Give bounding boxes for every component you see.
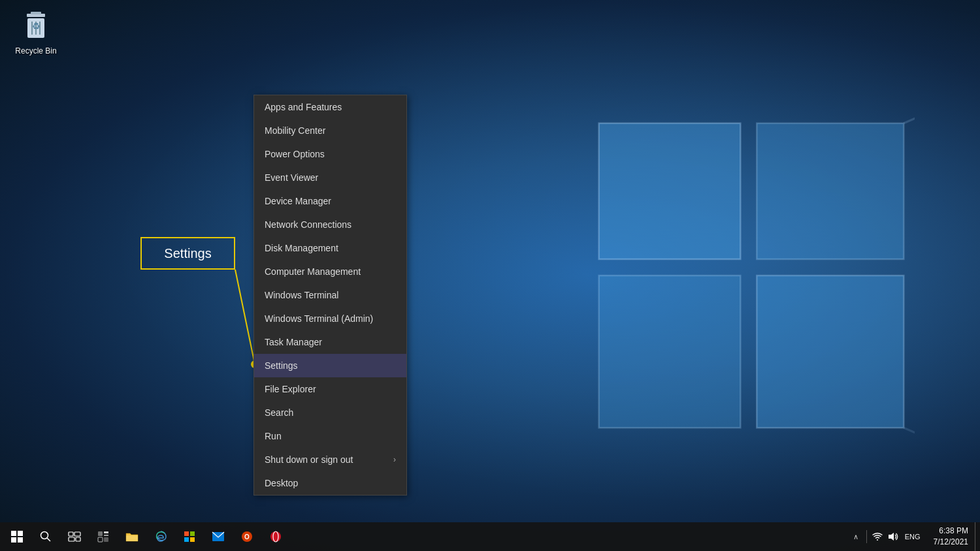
svg-rect-31: [184, 531, 189, 536]
svg-marker-1: [757, 123, 904, 259]
language-icon[interactable]: ENG: [902, 530, 923, 543]
menu-item-apps-features[interactable]: Apps and Features: [254, 95, 406, 119]
svg-line-5: [904, 428, 915, 439]
menu-item-windows-terminal[interactable]: Windows Terminal: [254, 283, 406, 307]
menu-item-label-mobility-center: Mobility Center: [265, 125, 325, 136]
menu-item-label-shut-down: Shut down or sign out: [265, 454, 353, 465]
svg-text:O: O: [244, 533, 250, 541]
svg-line-13: [235, 270, 255, 364]
menu-item-run[interactable]: Run: [254, 424, 406, 448]
svg-rect-26: [104, 531, 108, 533]
menu-item-event-viewer[interactable]: Event Viewer: [254, 166, 406, 189]
edge-browser-button[interactable]: [146, 522, 175, 551]
svg-rect-22: [74, 532, 80, 536]
svg-rect-18: [18, 537, 23, 543]
menu-item-label-file-explorer: File Explorer: [265, 384, 316, 394]
windows-logo-background: [588, 112, 915, 439]
menu-item-power-options[interactable]: Power Options: [254, 142, 406, 166]
menu-item-file-explorer[interactable]: File Explorer: [254, 377, 406, 401]
widgets-button[interactable]: [89, 522, 118, 551]
edge-icon: [154, 530, 167, 543]
settings-callout-label: Settings: [164, 246, 211, 261]
task-view-button[interactable]: [60, 522, 89, 551]
svg-line-4: [904, 112, 915, 123]
svg-rect-24: [76, 537, 80, 541]
taskbar-clock[interactable]: 6:38 PM 7/12/2021: [928, 526, 973, 548]
svg-marker-2: [599, 276, 741, 428]
context-menu: Apps and FeaturesMobility CenterPower Op…: [253, 95, 407, 496]
menu-item-label-task-manager: Task Manager: [265, 337, 322, 347]
task-view-icon: [68, 531, 81, 542]
opera-button[interactable]: [261, 522, 290, 551]
ms-store-button[interactable]: [175, 522, 204, 551]
menu-item-label-power-options: Power Options: [265, 149, 325, 159]
taskbar-search-icon: [40, 531, 52, 543]
file-explorer-icon: [125, 531, 139, 543]
svg-rect-28: [98, 537, 103, 542]
settings-callout-box: Settings: [140, 237, 235, 270]
recycle-bin-label: Recycle Bin: [15, 46, 56, 55]
volume-icon[interactable]: [887, 530, 900, 543]
menu-item-settings[interactable]: Settings: [254, 354, 406, 377]
start-icon: [10, 530, 24, 543]
menu-item-device-manager[interactable]: Device Manager: [254, 189, 406, 213]
menu-item-desktop[interactable]: Desktop: [254, 471, 406, 495]
menu-item-shut-down[interactable]: Shut down or sign out›: [254, 448, 406, 471]
menu-item-label-event-viewer: Event Viewer: [265, 172, 318, 183]
taskbar-search-button[interactable]: [31, 522, 60, 551]
svg-rect-17: [11, 537, 16, 543]
office-icon: O: [240, 530, 253, 543]
recycle-bin-svg: ♻: [19, 10, 53, 44]
svg-point-38: [270, 531, 281, 542]
svg-marker-0: [599, 123, 741, 259]
menu-item-label-device-manager: Device Manager: [265, 196, 331, 206]
menu-item-label-run: Run: [265, 431, 282, 441]
start-button[interactable]: [3, 522, 31, 551]
menu-item-search[interactable]: Search: [254, 401, 406, 424]
desktop: ♻ Recycle Bin Settings Apps and Features…: [0, 0, 980, 551]
mail-button[interactable]: [204, 522, 233, 551]
svg-marker-3: [757, 276, 904, 428]
menu-item-task-manager[interactable]: Task Manager: [254, 330, 406, 354]
svg-rect-32: [190, 531, 195, 536]
svg-rect-27: [104, 535, 108, 536]
recycle-bin-icon[interactable]: ♻ Recycle Bin: [7, 7, 65, 59]
svg-point-19: [41, 532, 48, 539]
chevron-up-icon[interactable]: ∧: [849, 530, 862, 543]
clock-date: 7/12/2021: [934, 537, 968, 548]
menu-item-windows-terminal-admin[interactable]: Windows Terminal (Admin): [254, 307, 406, 330]
menu-item-label-settings: Settings: [265, 360, 298, 371]
svg-line-20: [47, 538, 50, 541]
menu-item-label-search: Search: [265, 407, 293, 418]
opera-icon: [269, 530, 282, 543]
menu-item-label-computer-management: Computer Management: [265, 266, 361, 277]
menu-item-label-windows-terminal: Windows Terminal: [265, 290, 338, 300]
clock-time: 6:38 PM: [939, 526, 968, 537]
svg-rect-25: [98, 531, 103, 536]
tray-separator: [866, 530, 867, 543]
menu-item-label-network-connections: Network Connections: [265, 219, 351, 230]
svg-rect-23: [69, 537, 74, 541]
menu-item-label-apps-features: Apps and Features: [265, 102, 342, 112]
svg-rect-7: [31, 12, 41, 14]
svg-rect-30: [126, 535, 138, 541]
menu-item-disk-management[interactable]: Disk Management: [254, 236, 406, 260]
svg-rect-29: [104, 537, 108, 542]
submenu-chevron-shut-down: ›: [393, 455, 396, 464]
menu-item-label-disk-management: Disk Management: [265, 243, 338, 253]
menu-item-label-windows-terminal-admin: Windows Terminal (Admin): [265, 313, 373, 324]
widgets-icon: [97, 531, 109, 543]
file-explorer-button[interactable]: [118, 522, 146, 551]
menu-item-computer-management[interactable]: Computer Management: [254, 260, 406, 283]
taskbar: O ∧: [0, 522, 980, 551]
show-desktop-button[interactable]: [975, 522, 979, 551]
svg-rect-34: [190, 537, 195, 542]
menu-item-mobility-center[interactable]: Mobility Center: [254, 119, 406, 142]
ms-store-icon: [183, 530, 196, 543]
svg-text:♻: ♻: [32, 21, 41, 31]
mail-icon: [212, 531, 225, 542]
office-button[interactable]: O: [233, 522, 261, 551]
svg-rect-16: [18, 531, 23, 536]
menu-item-network-connections[interactable]: Network Connections: [254, 213, 406, 236]
wifi-icon[interactable]: [871, 530, 884, 543]
